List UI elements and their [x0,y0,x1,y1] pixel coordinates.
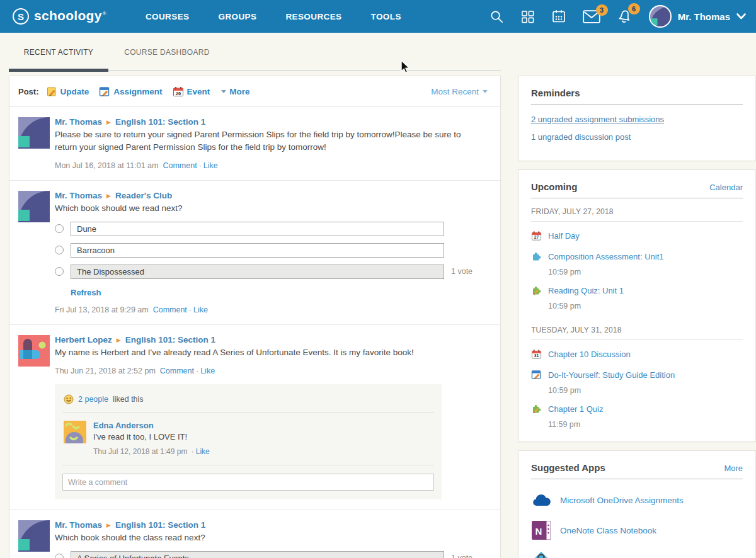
breadcrumb-arrow-icon: ▶ [106,522,111,528]
notifications-icon[interactable]: 6 [617,9,633,25]
post-event-button[interactable]: 26 Event [173,86,210,97]
like-link[interactable]: Like [196,447,210,456]
post-author-link[interactable]: Herbert Lopez [55,335,112,344]
post-header: Mr. Thomas▶Reader's Club [55,191,488,200]
post-author-link[interactable]: Mr. Thomas [55,191,102,200]
comment-link[interactable]: Comment [163,161,197,170]
search-icon[interactable] [490,9,504,24]
post-more-button[interactable]: More [221,87,249,96]
post-course-link[interactable]: English 101: Section 1 [115,117,205,127]
poll-option[interactable]: A Series of Unfortunate Events [71,551,444,558]
avatar[interactable] [18,520,50,552]
like-link[interactable]: Like [193,305,208,314]
nav-item-groups[interactable]: GROUPS [218,12,256,21]
poll-option[interactable]: Barracoon [71,243,444,258]
app-link[interactable]: OneNote Class Notebook [560,526,656,535]
main-nav: COURSES GROUPS RESOURCES TOOLS [146,12,401,21]
messages-badge: 3 [596,4,608,16]
calendar-icon[interactable] [551,9,566,24]
event-link[interactable]: Reading Quiz: Unit 1 [548,285,624,297]
post-update-button[interactable]: Update [47,86,89,97]
poll-option-row: Barracoon [55,243,488,258]
reminder-ungraded-assignments[interactable]: 2 ungraded assignment submissions [531,113,743,126]
upcoming-panel: Upcoming Calendar FRIDAY, JULY 27, 2018 … [518,169,756,442]
post-course-link[interactable]: Reader's Club [115,191,172,200]
lockdown-browser-icon [531,551,551,558]
tab-course-dashboard[interactable]: COURSE DASHBOARD [108,48,226,65]
comment-meta: Thu Jul 12, 2018 at 1:49 pm ·Like [93,447,210,456]
event-time: 10:59 pm [548,302,743,310]
post-header: Mr. Thomas▶English 101: Section 1 [55,520,488,530]
avatar[interactable] [18,191,50,222]
calendar-day-icon: 27 [531,231,542,243]
calendar-link[interactable]: Calendar [709,183,743,192]
liked-by-link[interactable]: 2 people [78,395,108,404]
poll-radio[interactable] [55,267,64,276]
breadcrumb-arrow-icon: ▶ [106,193,111,199]
post-composer: Post: Update Assignment 26 Event More Mo… [9,76,500,107]
svg-text:26: 26 [175,91,180,96]
poll-option[interactable]: Dune [71,222,444,236]
breadcrumb-arrow-icon: ▶ [117,337,121,343]
poll-radio[interactable] [55,224,64,233]
tab-bar: RECENT ACTIVITY COURSE DASHBOARD [9,33,501,71]
event-link[interactable]: Chapter 10 Discussion [548,349,631,360]
upcoming-date: FRIDAY, JULY 27, 2018 [531,207,743,222]
post-meta: Thu Jun 21, 2018 at 2:52 pm Comment·Like [55,367,488,375]
more-caret-icon [221,90,226,93]
update-icon [47,86,57,97]
poll-option-row: Dune [55,222,488,236]
write-comment-input[interactable] [62,474,434,491]
nav-item-tools[interactable]: TOOLS [371,12,401,21]
top-navbar: S schoology® COURSES GROUPS RESOURCES TO… [0,0,756,33]
upcoming-date: TUESDAY, JULY 31, 2018 [531,326,743,340]
event-link[interactable]: Chapter 1 Quiz [548,404,603,415]
poll-radio[interactable] [55,554,64,558]
like-link[interactable]: Like [203,161,218,170]
svg-text:N: N [536,526,542,537]
post-assignment-button[interactable]: Assignment [99,86,162,97]
messages-icon[interactable]: 3 [583,10,600,23]
app-grid-icon[interactable] [520,9,535,24]
post-course-link[interactable]: English 101: Section 1 [125,335,215,344]
tab-recent-activity[interactable]: RECENT ACTIVITY [9,48,108,65]
like-link[interactable]: Like [200,367,215,375]
event-link[interactable]: Do-It-Yourself: Study Guide Edition [548,370,675,381]
apps-more-link[interactable]: More [724,464,743,473]
poll-refresh-link[interactable]: Refresh [71,288,101,297]
smiley-icon [64,394,74,404]
event-link[interactable]: Half Day [548,231,580,242]
nav-item-courses[interactable]: COURSES [146,12,190,21]
post-course-link[interactable]: English 101: Section 1 [115,520,205,530]
user-menu[interactable]: Mr. Thomas [649,5,746,28]
avatar[interactable] [64,421,86,443]
upcoming-event: 27 Half Day [531,231,743,243]
comment-link[interactable]: Comment [153,305,187,314]
poll-option[interactable]: The Dispossessed [71,265,444,279]
trademark-mark: ® [103,11,106,16]
avatar[interactable] [18,335,50,367]
event-link[interactable]: Composition Assessment: Unit1 [548,251,664,263]
poll-radio[interactable] [55,246,64,254]
comment: Edna Anderson I've read it too, I LOVE I… [62,413,434,465]
comment-author-link[interactable]: Edna Anderson [93,421,154,430]
feed-post: Herbert Lopez▶English 101: Section 1 My … [9,325,500,511]
post-timestamp: Mon Jul 16, 2018 at 11:01 am [55,161,158,170]
sort-dropdown[interactable]: Most Recent [431,87,488,96]
avatar[interactable] [18,117,50,149]
schoology-s-icon: S [13,8,29,25]
app-link[interactable]: Microsoft OneDrive Assignments [560,496,684,505]
quiz-puzzle-icon [531,404,542,416]
event-time: 10:59 pm [548,386,743,395]
post-author-link[interactable]: Mr. Thomas [55,117,102,127]
app-link[interactable]: LockDown Browser [560,556,633,558]
post-meta: Fri Jul 13, 2018 at 9:29 am Comment·Like [55,305,488,314]
upcoming-day-group: TUESDAY, JULY 31, 2018 31 Chapter 10 Dis… [531,326,743,429]
schoology-logo[interactable]: S schoology® [13,8,106,25]
app-item: LockDown Browser [531,551,743,558]
reminder-ungraded-discussion[interactable]: 1 ungraded discussion post [531,131,743,144]
poll: Dune Barracoon The Dispossessed 1 vote R… [55,222,488,297]
post-author-link[interactable]: Mr. Thomas [55,520,102,530]
comment-link[interactable]: Comment [160,367,194,375]
nav-item-resources[interactable]: RESOURCES [285,12,341,21]
